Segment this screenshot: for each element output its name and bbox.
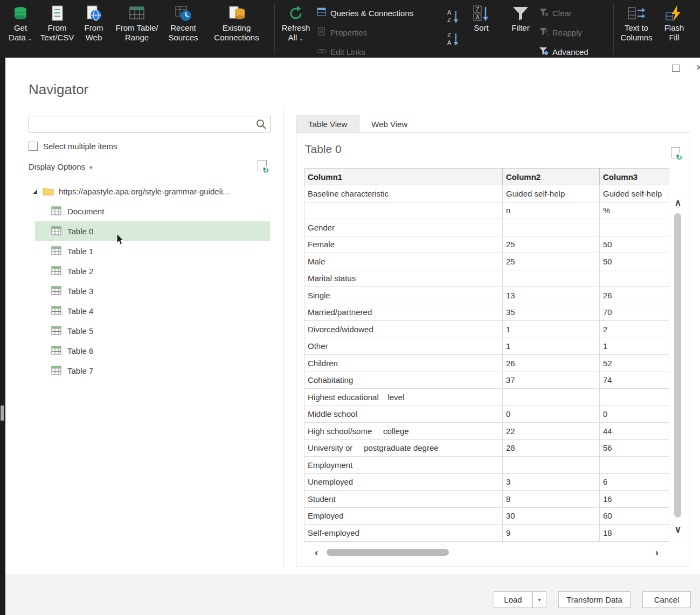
tree-item[interactable]: Table 5 — [35, 321, 270, 341]
from-table-range-button[interactable]: From Table/ Range — [109, 0, 165, 58]
svg-text:A: A — [476, 15, 480, 20]
table-row[interactable]: Self-employed 9 18 — [304, 525, 669, 542]
table-row[interactable]: Other 1 1 — [304, 338, 669, 355]
table-row[interactable]: Student 8 16 — [304, 491, 669, 508]
table-row[interactable]: Employment — [304, 457, 669, 474]
clear-filter-button: Clear — [539, 5, 608, 21]
ribbon-separator — [274, 3, 275, 54]
tab-web-view[interactable]: Web View — [359, 115, 419, 133]
table-row[interactable]: Female 25 50 — [304, 236, 669, 253]
scroll-right-icon[interactable]: › — [655, 546, 659, 559]
cancel-button[interactable]: Cancel — [642, 591, 691, 608]
tree-item[interactable]: Table 1 — [35, 241, 270, 261]
table-row[interactable]: Baseline characteristic Guided self-help… — [304, 185, 669, 202]
from-text-csv-button[interactable]: From Text/CSV — [40, 0, 74, 58]
table-icon — [51, 286, 61, 297]
vertical-scrollbar[interactable]: ∧ ∨ — [671, 196, 684, 536]
horizontal-scrollbar[interactable]: ‹ › — [304, 546, 669, 559]
select-multiple-row: Select multiple items — [29, 142, 117, 151]
filter-button[interactable]: Filter — [505, 0, 536, 58]
table-row[interactable]: Single 13 26 — [304, 287, 669, 304]
queries-group: Queries & Connections Properties Edit Li… — [317, 0, 435, 58]
display-options-dropdown[interactable]: Display Options▾ — [29, 162, 93, 171]
existing-connections-button[interactable]: Existing Connections — [205, 0, 268, 58]
load-options-caret[interactable]: ▾ — [532, 591, 546, 608]
column-header[interactable]: Column3 — [600, 169, 669, 185]
svg-text:Z: Z — [447, 32, 451, 38]
tree-item-label: Table 2 — [67, 267, 93, 276]
table-row[interactable]: Highest educational level — [304, 389, 669, 406]
tree-item-label: Table 4 — [67, 306, 93, 316]
refresh-preview-icon[interactable]: ↻ — [258, 160, 267, 171]
reapply-filter-button: Reapply — [539, 24, 608, 40]
preview-tabs: Table View Web View — [296, 115, 419, 133]
tree-item-label: Document — [67, 207, 104, 216]
select-multiple-label: Select multiple items — [43, 142, 117, 151]
tree-item[interactable]: Table 4 — [35, 301, 270, 321]
sort-az-button[interactable]: AZ — [446, 9, 465, 27]
edit-links-icon — [317, 46, 327, 57]
search-input[interactable] — [32, 117, 253, 131]
dialog-footer: Load ▾ Transform Data Cancel — [5, 575, 700, 615]
column-header[interactable]: Column1 — [304, 169, 503, 185]
table-row[interactable]: Children 26 52 — [304, 355, 669, 372]
table-row[interactable]: High school/some college 22 44 — [304, 423, 669, 440]
tab-table-view[interactable]: Table View — [296, 115, 359, 133]
filter-options-group: Clear Reapply Advanced — [539, 0, 608, 58]
filter-icon — [511, 4, 530, 23]
text-to-columns-button[interactable]: Text to Columns — [618, 0, 655, 58]
clear-filter-icon — [539, 8, 549, 18]
ribbon-data-tab: Get Data⌄ From Text/CSV From Web From Ta… — [0, 0, 700, 58]
table-row[interactable]: Divorced/widowed 1 2 — [304, 321, 669, 338]
refresh-preview-icon[interactable]: ↻ — [671, 147, 680, 158]
scroll-left-icon[interactable]: ‹ — [315, 546, 318, 559]
tree-item[interactable]: Table 0 — [35, 221, 270, 241]
refresh-all-button[interactable]: Refresh All⌄ — [279, 0, 313, 58]
column-header[interactable]: Column2 — [503, 169, 600, 185]
search-icon[interactable] — [256, 119, 267, 132]
table-icon — [51, 366, 61, 376]
load-button[interactable]: Load — [494, 591, 532, 608]
table-range-icon — [127, 4, 147, 23]
caret-down-icon: ⌄ — [299, 35, 303, 41]
table-row[interactable]: Marital status — [304, 270, 669, 287]
table-icon — [51, 346, 61, 357]
select-multiple-checkbox[interactable] — [29, 142, 38, 151]
tree-item[interactable]: Table 2 — [35, 261, 270, 281]
horizontal-scroll-thumb[interactable] — [327, 549, 449, 556]
maximize-button[interactable] — [672, 65, 680, 72]
table-row[interactable]: Cohabitating 37 74 — [304, 372, 669, 389]
navigator-dialog: ✕ Navigator Select multiple items Displa… — [5, 58, 700, 615]
table-row[interactable]: Male 25 50 — [304, 253, 669, 270]
scroll-down-icon[interactable]: ∨ — [671, 524, 684, 535]
tree-item[interactable]: Table 6 — [35, 341, 270, 361]
table-row[interactable]: Gender — [304, 219, 669, 236]
tree-root-source[interactable]: https://apastyle.apa.org/style-grammar-g… — [29, 181, 274, 201]
get-data-button[interactable]: Get Data⌄ — [4, 0, 37, 58]
vertical-scroll-thumb[interactable] — [674, 213, 681, 518]
table-row[interactable]: Middle school 0 0 — [304, 406, 669, 423]
table-row[interactable]: Employed 30 60 — [304, 507, 669, 525]
sort-button[interactable]: ZA Sort — [467, 0, 496, 58]
search-box — [29, 116, 271, 132]
tree-item[interactable]: Table 3 — [35, 281, 270, 301]
tree-item[interactable]: Document — [35, 201, 270, 221]
advanced-filter-button[interactable]: Advanced — [539, 44, 608, 58]
table-row[interactable]: Unemployed 3 6 — [304, 473, 669, 491]
transform-data-button[interactable]: Transform Data — [558, 591, 630, 608]
sort-za-button[interactable]: ZA — [446, 31, 465, 50]
from-web-button[interactable]: From Web — [79, 0, 109, 58]
close-icon[interactable]: ✕ — [696, 62, 700, 73]
queries-connections-button[interactable]: Queries & Connections — [317, 5, 435, 21]
tree-item[interactable]: Table 7 — [35, 361, 270, 381]
tree-item-label: Table 6 — [67, 346, 93, 355]
expander-icon[interactable] — [32, 187, 38, 196]
tree-item-label: Table 0 — [67, 227, 93, 236]
scroll-up-icon[interactable]: ∧ — [671, 197, 684, 208]
recent-sources-button[interactable]: Recent Sources — [166, 0, 200, 58]
table-row[interactable]: University or postgraduate degree 28 56 — [304, 439, 669, 457]
flash-fill-button[interactable]: Flash Fill — [660, 0, 689, 58]
table-row[interactable]: Married/partnered 35 70 — [304, 304, 669, 321]
sort-small-group: AZ ZA — [446, 0, 465, 58]
table-row[interactable]: n % — [304, 202, 669, 219]
